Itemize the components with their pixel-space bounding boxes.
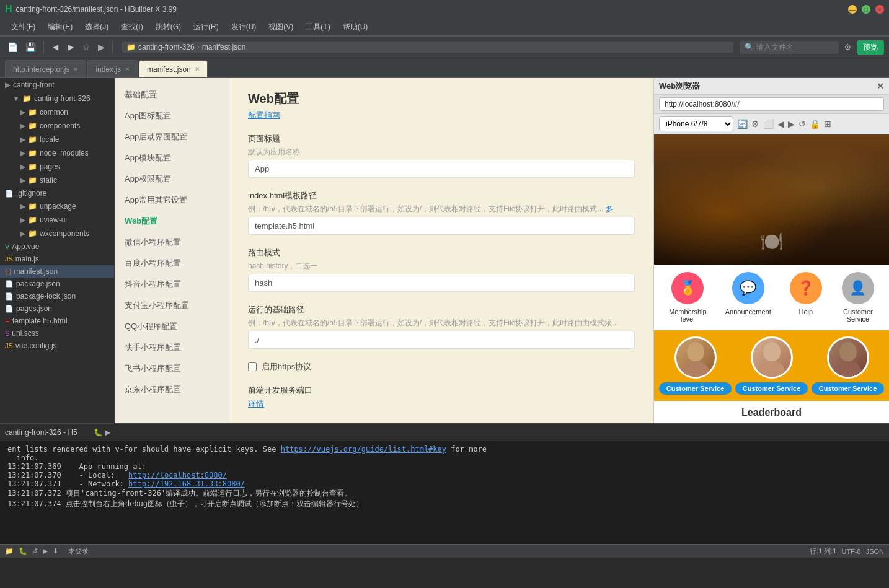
cnav-app-launch[interactable]: App启动界面配置 [115,126,229,147]
cnav-web-config[interactable]: Web配置 [115,211,229,232]
menu-item-视图(V)[interactable]: 视图(V) [262,19,299,36]
preview-button[interactable]: 预览 [857,40,884,55]
membership-icon-item[interactable]: 🏅 Membershiplevel [669,272,707,323]
cnav-app-module[interactable]: App模块配置 [115,147,229,169]
sidebar-common[interactable]: ▶ 📁 common [0,105,114,119]
forward-btn[interactable]: ▶ [64,42,77,53]
menu-item-跳转(G)[interactable]: 跳转(G) [149,19,187,36]
terminal-link-vuejs[interactable]: https://vuejs.org/guide/list.html#key [281,445,446,454]
new-file-icon[interactable]: 📄 [5,41,20,53]
cs-button-3[interactable]: Customer Service [812,382,884,395]
sidebar-uview-ui[interactable]: ▶ 📁 uview-ui [0,213,114,227]
cnav-douyin[interactable]: 抖音小程序配置 [115,274,229,295]
cnav-basic[interactable]: 基础配置 [115,84,229,105]
sidebar-static[interactable]: ▶ 📁 static [0,173,114,187]
sidebar-file-template-html[interactable]: H template.h5.html [0,315,114,327]
tab-index-js[interactable]: index.js ✕ [87,60,138,77]
sidebar-wxcomponents[interactable]: ▶ 📁 wxcomponents [0,227,114,240]
tab-http-interceptor[interactable]: http.interceptor.js ✕ [5,60,86,77]
menu-item-运行(R)[interactable]: 运行(R) [187,19,225,36]
sidebar-file-main-js[interactable]: JS main.js [0,253,114,265]
maximize-button[interactable]: □ [862,5,870,14]
cnav-kuaishou[interactable]: 快手小程序配置 [115,337,229,358]
tab-manifest-json[interactable]: manifest.json ✕ [139,60,208,77]
status-refresh-icon[interactable]: ↺ [32,547,38,555]
settings-icon[interactable]: ⚙ [751,119,759,129]
html-template-input[interactable] [248,217,635,235]
terminal-link-local[interactable]: http://localhost:8080/ [128,471,227,480]
menu-item-帮助(U)[interactable]: 帮助(U) [337,19,374,36]
menu-item-工具(T)[interactable]: 工具(T) [299,19,336,36]
sidebar-locale[interactable]: ▶ 📁 locale [0,133,114,146]
status-bug-icon[interactable]: 🐛 [19,547,27,555]
menu-item-编辑(E)[interactable]: 编辑(E) [42,19,79,36]
save-icon[interactable]: 💾 [23,41,38,53]
nav-back-icon[interactable]: ◀ [777,119,784,129]
sidebar-node-modules[interactable]: ▶ 📁 node_modules [0,146,114,160]
sidebar-file-package-json[interactable]: 📄 package.json [0,278,114,290]
cnav-feishu[interactable]: 飞书小程序配置 [115,358,229,379]
cnav-app-permission[interactable]: App权限配置 [115,169,229,190]
page-title-input[interactable] [248,160,635,178]
breadcrumb-file[interactable]: manifest.json [202,43,246,51]
dev-port-link[interactable]: 详情 [248,398,635,410]
menu-item-文件(F)[interactable]: 文件(F) [5,19,42,36]
browser-close-icon[interactable]: ✕ [877,81,884,91]
status-play-icon[interactable]: ▶ [43,547,48,555]
close-button[interactable]: ✕ [875,5,884,14]
breadcrumb-project[interactable]: canting-front-326 [138,43,195,51]
device-select[interactable]: iPhone 6/7/8 iPhone X iPad [659,116,733,131]
sidebar-file-vue-config[interactable]: JS vue.config.js [0,340,114,352]
sidebar-file-gitignore[interactable]: 📄 .gitignore [0,187,114,200]
menu-item-发行(U)[interactable]: 发行(U) [225,19,263,36]
https-checkbox[interactable] [248,362,257,371]
menu-item-查找(I)[interactable]: 查找(I) [115,19,149,36]
html-template-hint-link[interactable]: 多 [606,204,613,213]
sidebar-file-uni-scss[interactable]: S uni.scss [0,327,114,340]
file-search-box[interactable]: 🔍 输入文件名 [740,41,839,54]
tab-close-icon[interactable]: ✕ [73,66,78,72]
help-icon-item[interactable]: ❓ Help [790,272,822,323]
sidebar-components[interactable]: ▶ 📁 components [0,119,114,133]
tab-close-icon[interactable]: ✕ [125,66,130,72]
terminal-link-network[interactable]: http://192.168.31.33:8080/ [128,480,245,488]
filter-icon[interactable]: ⚙ [841,41,854,53]
route-mode-input[interactable] [248,274,635,292]
expand-icon[interactable]: ⬜ [763,119,774,129]
cnav-qq[interactable]: QQ小程序配置 [115,316,229,337]
sidebar-file-app-vue[interactable]: V App.vue [0,240,114,253]
terminal-icon-bug[interactable]: 🐛 [94,428,103,437]
rotate-icon[interactable]: 🔄 [737,119,748,129]
cnav-app-icon[interactable]: App图标配置 [115,105,229,126]
announcement-icon-item[interactable]: 💬 Announcement [727,272,770,323]
cnav-baidu[interactable]: 百度小程序配置 [115,253,229,274]
nav-lock-icon[interactable]: 🔒 [810,119,820,129]
sidebar-project[interactable]: ▼ 📁 canting-front-326 [0,92,114,105]
cnav-jingdong[interactable]: 京东小程序配置 [115,379,229,400]
sidebar-file-manifest-json[interactable]: { } manifest.json [0,265,114,278]
run-icon[interactable]: ▶ [95,41,107,53]
customer-service-icon-item[interactable]: 👤 CustomerService [842,272,874,323]
sidebar-file-pages-json[interactable]: 📄 pages.json [0,302,114,315]
menu-item-选择(J)[interactable]: 选择(J) [79,19,115,36]
cs-button-1[interactable]: Customer Service [659,382,732,395]
nav-grid-icon[interactable]: ⊞ [824,119,831,129]
cs-button-2[interactable]: Customer Service [735,382,808,395]
cnav-wechat[interactable]: 微信小程序配置 [115,232,229,253]
base-path-input[interactable] [248,331,635,349]
sidebar-root[interactable]: ▶ canting-front [0,78,114,92]
back-btn[interactable]: ◀ [49,42,62,53]
sidebar-file-package-lock[interactable]: 📄 package-lock.json [0,290,114,302]
tab-close-icon[interactable]: ✕ [195,66,200,72]
bookmark-icon[interactable]: ☆ [80,41,93,53]
sidebar-pages[interactable]: ▶ 📁 pages [0,160,114,173]
nav-refresh-icon[interactable]: ↺ [798,119,806,129]
terminal-icon-clear[interactable]: ▶ [105,428,110,437]
nav-forward-icon[interactable]: ▶ [788,119,795,129]
config-guide-link[interactable]: 配置指南 [248,110,635,121]
status-download-icon[interactable]: ⬇ [53,547,58,555]
cnav-alipay[interactable]: 支付宝小程序配置 [115,295,229,316]
url-input[interactable] [659,97,884,111]
sidebar-unpackage[interactable]: ▶ 📁 unpackage [0,200,114,213]
cnav-app-other[interactable]: App常用其它设置 [115,190,229,211]
